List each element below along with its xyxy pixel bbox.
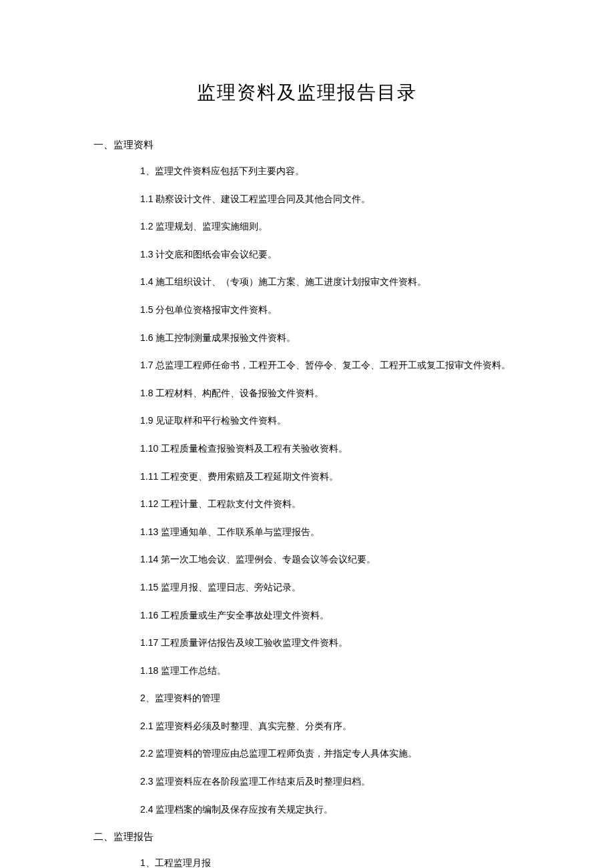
item-text: 监理档案的编制及保存应按有关规定执行。	[153, 805, 333, 815]
list-item: 2、监理资料的管理	[140, 692, 547, 705]
item-text: 施工组织设计、（专项）施工方案、施工进度计划报审文件资料。	[153, 277, 426, 287]
list-item: 2.4 监理档案的编制及保存应按有关规定执行。	[140, 803, 547, 817]
list-item: 2.3 监理资料应在各阶段监理工作结束后及时整理归档。	[140, 775, 547, 789]
item-text: 监理月报、监理日志、旁站记录。	[158, 582, 301, 592]
list-item: 1.6 施工控制测量成果报验文件资料。	[140, 332, 547, 345]
item-text: 见证取样和平行检验文件资料。	[153, 416, 286, 426]
item-num: 1.9	[140, 415, 153, 426]
item-text: 监理资料应在各阶段监理工作结束后及时整理归档。	[153, 777, 370, 787]
item-num: 1.11	[140, 471, 158, 482]
item-text: 监理规划、监理实施细则。	[153, 222, 268, 232]
list-item: 1.5 分包单位资格报审文件资料。	[140, 304, 547, 317]
item-text: 第一次工地会议、监理例会、专题会议等会议纪要。	[158, 554, 376, 564]
item-num: 1.10	[140, 443, 158, 454]
item-text: 工程质量检查报验资料及工程有关验收资料。	[158, 444, 348, 454]
item-num: 1.2	[140, 221, 153, 232]
list-item: 2.2 监理资料的管理应由总监理工程师负责，并指定专人具体实施。	[140, 747, 547, 761]
list-item: 1.7 总监理工程师任命书，工程开工令、暂停令、复工令、工程开工或复工报审文件资…	[140, 359, 547, 372]
item-text: 工程计量、工程款支付文件资料。	[158, 499, 301, 509]
item-num: 1.3	[140, 249, 153, 260]
item-text: 总监理工程师任命书，工程开工令、暂停令、复工令、工程开工或复工报审文件资料。	[153, 360, 511, 370]
list-item: 1.14 第一次工地会议、监理例会、专题会议等会议纪要。	[140, 553, 547, 566]
item-num: 1.15	[140, 582, 158, 592]
list-item: 2.1 监理资料必须及时整理、真实完整、分类有序。	[140, 720, 547, 733]
item-num: 2.4	[140, 804, 153, 815]
item-num: 1.17	[140, 637, 158, 648]
document-title: 监理资料及监理报告目录	[67, 80, 547, 105]
item-text: 工程监理月报	[155, 858, 211, 868]
list-item: 1.12 工程计量、工程款支付文件资料。	[140, 498, 547, 511]
list-item: 1.16 工程质量或生产安全事故处理文件资料。	[140, 609, 547, 622]
item-num: 1.1	[140, 193, 153, 204]
item-num: 2.2	[140, 748, 153, 759]
section-2: 二、监理报告 1、工程监理月报	[67, 831, 547, 868]
item-text: 工程质量评估报告及竣工验收监理文件资料。	[158, 638, 348, 648]
item-num: 1.7	[140, 360, 153, 370]
item-text: 监理资料的管理应由总监理工程师负责，并指定专人具体实施。	[153, 749, 417, 759]
list-item: 1.3 计交底和图纸会审会议纪要。	[140, 248, 547, 262]
list-item: 1.2 监理规划、监理实施细则。	[140, 220, 547, 234]
item-num: 1.8	[140, 388, 153, 398]
list-item: 1.15 监理月报、监理日志、旁站记录。	[140, 581, 547, 594]
item-num: 1.13	[140, 526, 158, 537]
item-num: 1.6	[140, 332, 153, 343]
list-item: 1.4 施工组织设计、（专项）施工方案、施工进度计划报审文件资料。	[140, 276, 547, 289]
item-text: 监理资料必须及时整理、真实完整、分类有序。	[153, 721, 352, 731]
list-item: 1.13 监理通知单、工作联系单与监理报告。	[140, 526, 547, 539]
item-text: 计交底和图纸会审会议纪要。	[153, 250, 277, 260]
item-num: 1、	[140, 165, 155, 176]
item-num: 1、	[140, 857, 155, 868]
list-item: 1.10 工程质量检查报验资料及工程有关验收资料。	[140, 442, 547, 456]
item-text: 工程变更、费用索赔及工程延期文件资料。	[158, 472, 338, 482]
list-item: 1.1 勘察设计文件、建设工程监理合同及其他合同文件。	[140, 193, 547, 206]
section-1-heading: 一、监理资料	[93, 139, 547, 151]
list-item: 1.8 工程材料、构配件、设备报验文件资料。	[140, 387, 547, 400]
list-item: 1.18 监理工作总结。	[140, 665, 547, 678]
list-item: 1.11 工程变更、费用索赔及工程延期文件资料。	[140, 470, 547, 484]
item-num: 1.18	[140, 665, 158, 676]
item-num: 2.1	[140, 721, 153, 731]
section-2-heading: 二、监理报告	[93, 831, 547, 843]
item-text: 施工控制测量成果报验文件资料。	[153, 333, 296, 343]
item-num: 1.14	[140, 554, 158, 564]
item-num: 1.5	[140, 304, 153, 315]
list-item: 1、工程监理月报	[140, 857, 547, 868]
item-num: 1.4	[140, 276, 153, 287]
list-item: 1.17 工程质量评估报告及竣工验收监理文件资料。	[140, 636, 547, 650]
item-num: 1.12	[140, 498, 158, 509]
item-text: 监理资料的管理	[155, 693, 220, 703]
item-text: 工程材料、构配件、设备报验文件资料。	[153, 388, 324, 398]
section-2-list: 1、工程监理月报	[140, 857, 547, 868]
item-num: 2、	[140, 693, 155, 703]
item-text: 监理通知单、工作联系单与监理报告。	[158, 527, 320, 537]
list-item: 1、监理文件资料应包括下列主要内容。	[140, 165, 547, 178]
item-text: 监理文件资料应包括下列主要内容。	[155, 166, 304, 176]
item-text: 勘察设计文件、建设工程监理合同及其他合同文件。	[153, 194, 370, 204]
list-item: 1.9 见证取样和平行检验文件资料。	[140, 414, 547, 428]
section-1-list: 1、监理文件资料应包括下列主要内容。 1.1 勘察设计文件、建设工程监理合同及其…	[140, 165, 547, 816]
item-text: 分包单位资格报审文件资料。	[153, 305, 277, 315]
item-num: 1.16	[140, 610, 158, 620]
item-num: 2.3	[140, 776, 153, 787]
item-text: 监理工作总结。	[158, 666, 226, 676]
section-1: 一、监理资料 1、监理文件资料应包括下列主要内容。 1.1 勘察设计文件、建设工…	[67, 139, 547, 816]
item-text: 工程质量或生产安全事故处理文件资料。	[158, 610, 329, 620]
